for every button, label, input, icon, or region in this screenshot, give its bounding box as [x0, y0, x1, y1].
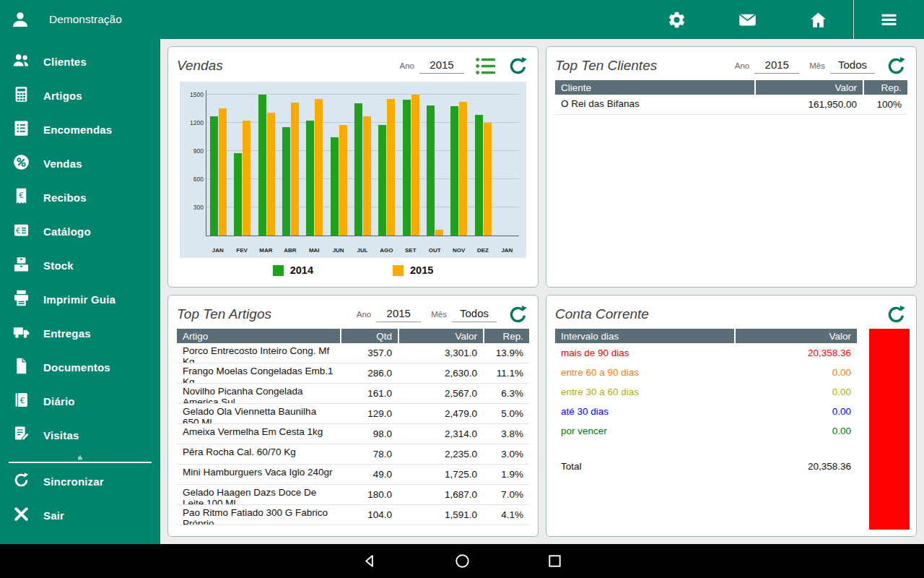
qtd-cell: 49.0: [341, 465, 398, 484]
chart-x-axis: JANFEVMARABRMAIJUNJULAGOSETOUTNOVDEZJAN: [206, 247, 519, 254]
qtd-cell: 104.0: [341, 505, 398, 525]
refresh-icon[interactable]: [885, 55, 907, 77]
visits-icon: [12, 424, 31, 447]
column-header: Valor: [736, 329, 857, 343]
back-icon[interactable]: [323, 553, 416, 569]
x-axis-label: MAI: [302, 247, 326, 254]
artigo-name-cell: Mini Hamburguers Vaca Iglo 240gr: [177, 465, 340, 484]
table-row[interactable]: Ameixa Vermelha Em Cesta 1kg98.02,314.03…: [177, 424, 529, 444]
bar-2014: [354, 103, 362, 236]
menu-icon[interactable]: [853, 0, 924, 39]
refresh-icon[interactable]: [507, 303, 529, 326]
table-row[interactable]: Mini Hamburguers Vaca Iglo 240gr49.01,72…: [177, 465, 529, 485]
mail-icon[interactable]: [712, 0, 783, 39]
table-row[interactable]: O Rei das Bifanas161,950.00100%: [555, 95, 907, 115]
vendas-card-title: Vendas: [177, 58, 390, 74]
aging-valor-cell: 0.00: [736, 363, 857, 382]
calculator-icon: [12, 85, 31, 107]
sidebar-item-sair[interactable]: Sair: [0, 499, 160, 532]
recents-icon[interactable]: [508, 553, 601, 569]
total-value: 20,358.36: [736, 457, 857, 472]
column-header: Rep.: [864, 80, 907, 95]
table-row[interactable]: Porco Entrecosto Inteiro Cong. Mf Kg357.…: [177, 343, 529, 363]
bar-2014: [378, 125, 386, 236]
sidebar-item-label: Sincronizar: [43, 475, 104, 488]
x-axis-label: NOV: [447, 247, 471, 254]
artigo-name-cell: Frango Moelas Congeladas Emb.1 Kg: [177, 363, 340, 384]
valor-cell: 1,725.0: [399, 465, 483, 484]
qtd-cell: 161.0: [341, 384, 398, 404]
user-icon[interactable]: [0, 0, 40, 39]
home-icon[interactable]: [783, 0, 853, 39]
x-axis-label: AGO: [375, 247, 398, 254]
aging-valor-cell: 0.00: [736, 382, 857, 402]
sidebar-item-sincronizar[interactable]: Sincronizar: [0, 465, 160, 499]
sidebar-item-artigos[interactable]: Artigos: [0, 79, 160, 113]
sidebar-item-label: Visitas: [43, 429, 79, 441]
mes-label: Mês: [809, 61, 825, 70]
sidebar-item-vendas[interactable]: Vendas: [0, 147, 160, 181]
bar-2015: [315, 99, 323, 236]
sidebar-item-catalogo[interactable]: €Catálogo: [0, 215, 160, 249]
sidebar-item-label: Sair: [43, 509, 64, 522]
sidebar-item-label: Documentos: [43, 361, 110, 374]
mes-select[interactable]: Todos: [830, 59, 875, 74]
sync-icon: [12, 470, 31, 493]
legend-swatch: [273, 265, 284, 276]
ano-select[interactable]: 2015: [376, 307, 421, 322]
bar-2014: [475, 115, 483, 236]
sidebar-item-recibos[interactable]: €Recibos: [0, 181, 160, 215]
qtd-cell: 129.0: [341, 404, 398, 424]
clientes-table-header: Cliente Valor Rep.: [555, 80, 907, 95]
list-icon[interactable]: [474, 55, 497, 77]
table-row[interactable]: Pao Ritmo Fatiado 300 G Fabrico Próprio1…: [177, 505, 529, 525]
ano-select[interactable]: 2015: [754, 59, 799, 74]
sidebar: ClientesArtigosEncomendasVendas€Recibos€…: [0, 39, 160, 544]
ano-select[interactable]: 2015: [419, 59, 464, 74]
valor-cell: 2,235.0: [399, 444, 483, 464]
sidebar-item-imprimir-guia[interactable]: Imprimir Guia: [0, 282, 160, 316]
aging-valor-cell: 0.00: [736, 421, 857, 441]
bar-group: [399, 90, 423, 236]
bar-2014: [427, 105, 435, 236]
sidebar-item-visitas[interactable]: Visitas: [0, 418, 160, 452]
sidebar-item-label: Encomendas: [43, 124, 112, 136]
sidebar-item-encomendas[interactable]: Encomendas: [0, 113, 160, 147]
table-row[interactable]: Pêra Rocha Cal. 60/70 Kg78.02,235.03.0%: [177, 444, 529, 465]
valor-cell: 2,567.0: [399, 384, 483, 404]
sidebar-item-stock[interactable]: Stock: [0, 249, 160, 282]
sidebar-item-diario[interactable]: €Diário: [0, 384, 160, 418]
table-row[interactable]: Gelado Haagen Dazs Doce De Leite 100 Ml1…: [177, 485, 529, 505]
bar-2014: [210, 116, 218, 236]
qtd-cell: 78.0: [341, 444, 398, 464]
valor-cell: 3,301.0: [399, 343, 483, 363]
bar-2015: [291, 103, 299, 236]
bar-2015: [243, 121, 250, 236]
refresh-icon[interactable]: [885, 303, 907, 326]
rep-cell: 11.1%: [484, 363, 529, 384]
mes-select[interactable]: Todos: [452, 307, 497, 322]
sidebar-item-clientes[interactable]: Clientes: [0, 45, 160, 79]
table-row[interactable]: Novilho Picanha Congelada America Sul161…: [177, 384, 529, 404]
bar-group: [206, 90, 230, 236]
sidebar-item-documentos[interactable]: Documentos: [0, 350, 160, 384]
bar-groups: [206, 90, 519, 236]
refresh-icon[interactable]: [507, 55, 529, 77]
aging-label-cell: entre 60 a 90 dias: [555, 363, 734, 382]
column-header: Cliente: [555, 80, 754, 95]
conta-table-body: mais de 90 dias20,358.36entre 60 a 90 di…: [555, 343, 857, 441]
table-row[interactable]: Frango Moelas Congeladas Emb.1 Kg286.02,…: [177, 363, 529, 384]
bar-group: [375, 90, 398, 236]
table-row[interactable]: Gelado Ola Viennetta Baunilha 650 Ml129.…: [177, 404, 529, 424]
qtd-cell: 286.0: [341, 363, 398, 384]
top-artigos-card: Top Ten Artigos Ano 2015 Mês Todos Artig…: [167, 295, 539, 537]
rep-cell: 7.0%: [484, 485, 529, 505]
y-axis-tick-label: 600: [183, 176, 204, 183]
bar-group: [447, 90, 471, 236]
sidebar-item-entregas[interactable]: Entregas: [0, 316, 160, 350]
x-axis-label: SET: [398, 247, 422, 254]
gear-icon[interactable]: [641, 0, 712, 39]
bar-group: [351, 90, 375, 236]
exit-icon: [12, 504, 31, 527]
home-circle-icon[interactable]: [416, 553, 508, 569]
